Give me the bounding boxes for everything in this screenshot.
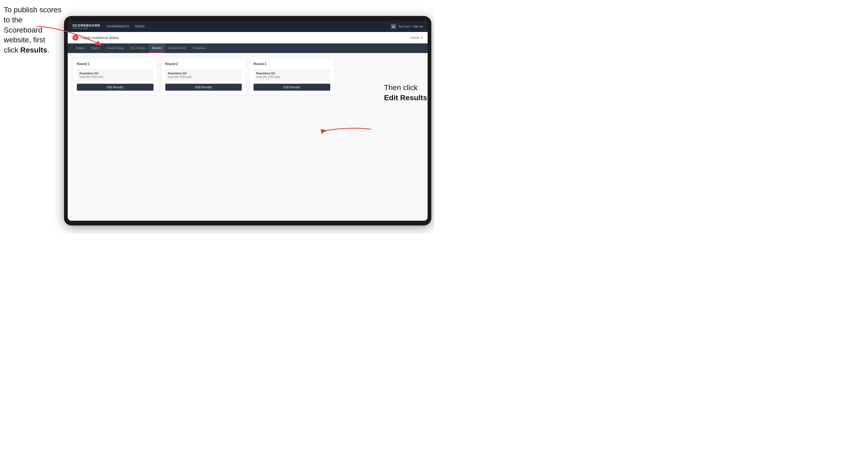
tab-leaderboards[interactable]: Leaderboards <box>165 43 190 53</box>
tab-results[interactable]: Results <box>149 43 165 53</box>
nav-tournaments[interactable]: TOURNAMENTS <box>106 24 129 29</box>
round-2-title: Round 2 <box>165 62 242 66</box>
nav-user-label: Test User | <box>398 25 411 28</box>
tournament-title-area: C Clippd Invitational (Main) <box>72 35 119 40</box>
round-3-card: Round 3 Peachtree GC Gold (M) (7010 yds)… <box>250 58 334 94</box>
nav-right: Test User | Sign out <box>391 24 423 29</box>
tab-details[interactable]: Details <box>72 43 88 53</box>
nav-links: TOURNAMENTS TEAMS <box>106 24 391 29</box>
round-3-course-card: Peachtree GC Gold (M) (7010 yds) <box>253 69 330 81</box>
round-2-course-card: Peachtree GC Gold (M) (7010 yds) <box>165 69 242 81</box>
instruction-line4: click <box>4 46 20 54</box>
tab-tee-groups[interactable]: Tee Groups <box>127 43 149 53</box>
instruction-line1: To publish scores <box>4 6 61 14</box>
instruction-line3: website, first <box>4 36 45 44</box>
tab-teams[interactable]: Teams <box>88 43 103 53</box>
round-2-course-detail: Gold (M) (7010 yds) <box>168 75 239 79</box>
logo-text: SCOREBOARD <box>72 24 100 27</box>
user-icon <box>392 25 395 28</box>
tab-course-setup[interactable]: Course Setup <box>103 43 127 53</box>
user-avatar <box>391 24 396 29</box>
round-1-card: Round 1 Peachtree GC Gold (M) (7010 yds)… <box>73 58 157 94</box>
instruction-right: Then click Edit Results. <box>384 83 429 103</box>
c-logo: C <box>72 35 79 40</box>
edit-results-btn-1[interactable]: Edit Results <box>77 84 154 91</box>
tablet-frame: SCOREBOARD Powered by clippd TOURNAMENTS… <box>64 16 431 225</box>
logo-area: SCOREBOARD Powered by clippd <box>72 24 100 29</box>
tournament-name: Clippd Invitational (Main) <box>81 36 119 40</box>
instruction-bold: Results <box>20 46 47 54</box>
top-nav: SCOREBOARD Powered by clippd TOURNAMENTS… <box>68 21 428 32</box>
round-2-course-name: Peachtree GC <box>168 72 239 75</box>
tab-printables[interactable]: Printables <box>190 43 209 53</box>
main-content: Round 1 Peachtree GC Gold (M) (7010 yds)… <box>68 53 428 221</box>
tabs-bar: Details Teams Course Setup Tee Groups Re… <box>68 43 428 53</box>
tournament-header: C Clippd Invitational (Main) Cancel ✕ <box>68 32 428 43</box>
nav-signout-link[interactable]: Sign out <box>413 25 423 28</box>
round-1-course-name: Peachtree GC <box>80 72 151 75</box>
round-1-course-card: Peachtree GC Gold (M) (7010 yds) <box>77 69 154 81</box>
tablet-screen: SCOREBOARD Powered by clippd TOURNAMENTS… <box>68 21 428 221</box>
round-3-course-name: Peachtree GC <box>256 72 328 75</box>
edit-results-btn-2[interactable]: Edit Results <box>165 84 242 91</box>
cancel-button[interactable]: Cancel ✕ <box>410 36 423 39</box>
instruction-right-bold: Edit Results <box>384 94 427 102</box>
round-3-course-detail: Gold (M) (7010 yds) <box>256 75 328 79</box>
round-3-title: Round 3 <box>253 62 330 66</box>
round-1-course-detail: Gold (M) (7010 yds) <box>80 75 151 79</box>
nav-teams[interactable]: TEAMS <box>135 24 145 29</box>
instruction-left: To publish scores to the Scoreboard webs… <box>4 5 62 55</box>
logo-sub: Powered by clippd <box>72 27 100 29</box>
rounds-grid: Round 1 Peachtree GC Gold (M) (7010 yds)… <box>73 58 422 94</box>
instruction-line2: to the Scoreboard <box>4 16 42 34</box>
edit-results-btn-3[interactable]: Edit Results <box>253 84 330 91</box>
round-1-title: Round 1 <box>77 62 154 66</box>
round-2-card: Round 2 Peachtree GC Gold (M) (7010 yds)… <box>161 58 246 94</box>
instruction-right-line1: Then click <box>384 84 417 92</box>
